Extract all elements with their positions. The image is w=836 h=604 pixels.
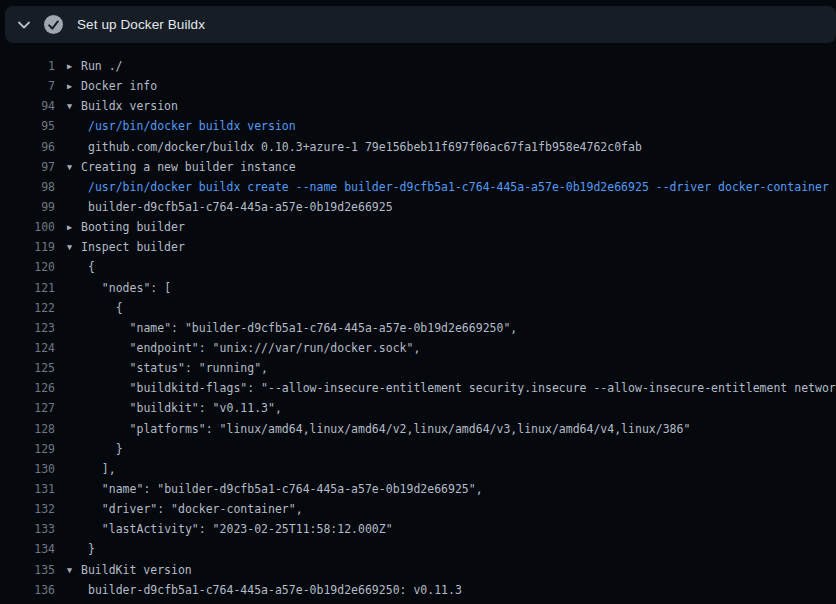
log-line[interactable]: 135▼BuildKit version	[0, 560, 836, 580]
group-expanded-icon[interactable]: ▼	[67, 560, 81, 580]
log-line: 122 {	[0, 298, 836, 318]
output-text: }	[67, 539, 95, 559]
log-line: 126 "buildkitd-flags": "--allow-insecure…	[0, 378, 836, 398]
group-collapsed-icon[interactable]: ▶	[67, 56, 81, 76]
output-text: "buildkit": "v0.11.3",	[67, 398, 282, 418]
line-number[interactable]: 133	[0, 519, 55, 539]
chevron-down-icon[interactable]	[17, 21, 31, 29]
line-number[interactable]: 128	[0, 419, 55, 439]
log-line[interactable]: 100▶Booting builder	[0, 217, 836, 237]
line-number[interactable]: 132	[0, 499, 55, 519]
log-line: 131 "name": "builder-d9cfb5a1-c764-445a-…	[0, 479, 836, 499]
line-number[interactable]: 129	[0, 439, 55, 459]
log-line: 99builder-d9cfb5a1-c764-445a-a57e-0b19d2…	[0, 197, 836, 217]
line-number[interactable]: 134	[0, 539, 55, 559]
group-label: Buildx version	[81, 99, 178, 113]
line-number[interactable]: 125	[0, 358, 55, 378]
check-circle-icon	[44, 15, 63, 34]
line-number[interactable]: 98	[0, 177, 55, 197]
line-number[interactable]: 122	[0, 298, 55, 318]
line-number[interactable]: 95	[0, 116, 55, 136]
log-line: 129 }	[0, 439, 836, 459]
log-line[interactable]: 97▼Creating a new builder instance	[0, 157, 836, 177]
group-label: Run ./	[81, 59, 123, 73]
line-number[interactable]: 120	[0, 257, 55, 277]
output-text: }	[67, 439, 123, 459]
log-line[interactable]: 1▶Run ./	[0, 56, 836, 76]
log-line: 127 "buildkit": "v0.11.3",	[0, 398, 836, 418]
group-line-content: ▼BuildKit version	[67, 560, 192, 580]
group-expanded-icon[interactable]: ▼	[67, 157, 81, 177]
log-area: 1▶Run ./7▶Docker info94▼Buildx version95…	[0, 56, 836, 600]
output-text: "name": "builder-d9cfb5a1-c764-445a-a57e…	[67, 318, 517, 338]
log-line[interactable]: 119▼Inspect builder	[0, 237, 836, 257]
log-line: 123 "name": "builder-d9cfb5a1-c764-445a-…	[0, 318, 836, 338]
output-text: "status": "running",	[67, 358, 268, 378]
log-line: 136builder-d9cfb5a1-c764-445a-a57e-0b19d…	[0, 580, 836, 600]
output-text: ],	[67, 459, 116, 479]
output-text: builder-d9cfb5a1-c764-445a-a57e-0b19d2e6…	[67, 197, 393, 217]
log-line: 133 "lastActivity": "2023-02-25T11:58:12…	[0, 519, 836, 539]
line-number[interactable]: 135	[0, 560, 55, 580]
log-line: 95/usr/bin/docker buildx version	[0, 116, 836, 136]
group-line-content: ▶Booting builder	[67, 217, 185, 237]
output-text: "platforms": "linux/amd64,linux/amd64/v2…	[67, 419, 690, 439]
line-number[interactable]: 1	[0, 56, 55, 76]
line-number[interactable]: 124	[0, 338, 55, 358]
log-line: 128 "platforms": "linux/amd64,linux/amd6…	[0, 419, 836, 439]
line-number[interactable]: 100	[0, 217, 55, 237]
log-line: 132 "driver": "docker-container",	[0, 499, 836, 519]
output-text: "driver": "docker-container",	[67, 499, 303, 519]
output-text: builder-d9cfb5a1-c764-445a-a57e-0b19d2e6…	[67, 580, 462, 600]
line-number[interactable]: 119	[0, 237, 55, 257]
group-expanded-icon[interactable]: ▼	[67, 237, 81, 257]
output-text: "lastActivity": "2023-02-25T11:58:12.000…	[67, 519, 393, 539]
group-line-content: ▶Run ./	[67, 56, 123, 76]
output-text: "buildkitd-flags": "--allow-insecure-ent…	[67, 378, 836, 398]
log-line[interactable]: 94▼Buildx version	[0, 96, 836, 116]
line-number[interactable]: 130	[0, 459, 55, 479]
step-title: Set up Docker Buildx	[77, 17, 205, 32]
group-label: Creating a new builder instance	[81, 160, 296, 174]
line-number[interactable]: 123	[0, 318, 55, 338]
log-line: 98/usr/bin/docker buildx create --name b…	[0, 177, 836, 197]
line-number[interactable]: 127	[0, 398, 55, 418]
line-number[interactable]: 126	[0, 378, 55, 398]
line-number[interactable]: 121	[0, 278, 55, 298]
command-text: /usr/bin/docker buildx version	[67, 116, 296, 136]
command-text: /usr/bin/docker buildx create --name bui…	[67, 177, 829, 197]
step-header[interactable]: Set up Docker Buildx	[5, 6, 836, 43]
output-text: github.com/docker/buildx 0.10.3+azure-1 …	[67, 137, 642, 157]
log-line: 120{	[0, 257, 836, 277]
log-line: 134}	[0, 539, 836, 559]
group-label: Inspect builder	[81, 240, 185, 254]
group-line-content: ▼Creating a new builder instance	[67, 157, 296, 177]
group-expanded-icon[interactable]: ▼	[67, 96, 81, 116]
line-number[interactable]: 94	[0, 96, 55, 116]
output-text: {	[67, 298, 123, 318]
line-number[interactable]: 7	[0, 76, 55, 96]
log-line: 124 "endpoint": "unix:///var/run/docker.…	[0, 338, 836, 358]
line-number[interactable]: 99	[0, 197, 55, 217]
group-line-content: ▼Inspect builder	[67, 237, 185, 257]
group-line-content: ▶Docker info	[67, 76, 157, 96]
group-collapsed-icon[interactable]: ▶	[67, 76, 81, 96]
group-label: Docker info	[81, 79, 157, 93]
line-number[interactable]: 96	[0, 137, 55, 157]
output-text: "endpoint": "unix:///var/run/docker.sock…	[67, 338, 420, 358]
group-collapsed-icon[interactable]: ▶	[67, 217, 81, 237]
log-line[interactable]: 7▶Docker info	[0, 76, 836, 96]
output-text: {	[67, 257, 95, 277]
output-text: "nodes": [	[67, 278, 171, 298]
output-text: "name": "builder-d9cfb5a1-c764-445a-a57e…	[67, 479, 483, 499]
line-number[interactable]: 136	[0, 580, 55, 600]
log-line: 121 "nodes": [	[0, 278, 836, 298]
group-label: Booting builder	[81, 220, 185, 234]
group-label: BuildKit version	[81, 563, 192, 577]
line-number[interactable]: 131	[0, 479, 55, 499]
log-line: 130 ],	[0, 459, 836, 479]
group-line-content: ▼Buildx version	[67, 96, 178, 116]
log-line: 125 "status": "running",	[0, 358, 836, 378]
line-number[interactable]: 97	[0, 157, 55, 177]
log-line: 96github.com/docker/buildx 0.10.3+azure-…	[0, 137, 836, 157]
